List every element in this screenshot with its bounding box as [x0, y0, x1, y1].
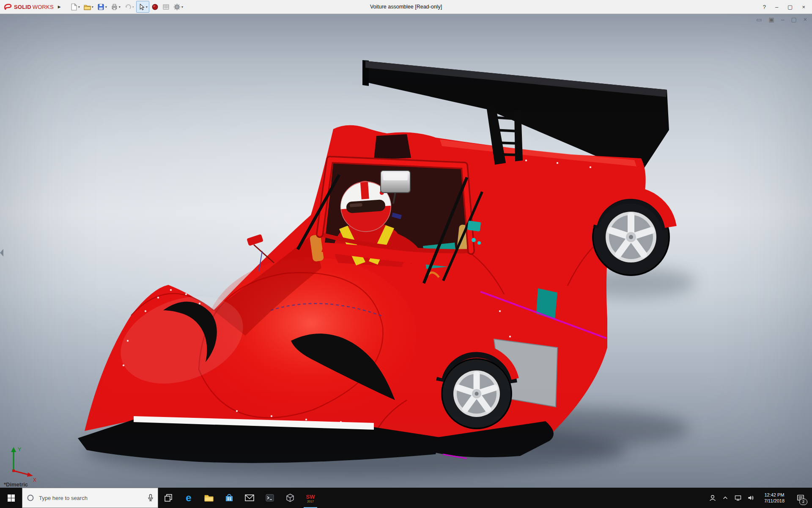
design-table-button[interactable]: [161, 1, 171, 13]
doc-restore-icon[interactable]: ▢: [791, 16, 797, 23]
solidworks-logo: SOLIDWORKS: [0, 3, 56, 11]
teal-vent: [467, 221, 481, 232]
search-input[interactable]: [38, 494, 144, 502]
rear-right-wheel[interactable]: [591, 193, 671, 276]
taskbar-clock[interactable]: 12:42 PM 7/11/2018: [757, 492, 792, 504]
window-title: Voiture assomblee [Read-only]: [370, 4, 442, 10]
people-button[interactable]: [706, 488, 719, 508]
titlebar: SOLIDWORKS ▶ ▾ ▾ ▾ ▾: [0, 0, 812, 14]
main-toolbar: ▾ ▾ ▾ ▾ ▾: [69, 1, 185, 13]
maximize-button[interactable]: ▢: [787, 4, 793, 10]
y-axis-label: Y: [18, 447, 21, 453]
taskbar-search[interactable]: [22, 488, 158, 508]
print-icon: [111, 3, 118, 11]
brand-solid: SOLID: [14, 4, 31, 10]
network-button[interactable]: [732, 488, 744, 508]
tile-icon[interactable]: ▣: [769, 16, 774, 23]
menu-expand-arrow[interactable]: ▶: [56, 5, 64, 9]
cortana-icon: [27, 494, 34, 502]
notification-badge: 2: [799, 499, 807, 505]
mail-icon: [244, 494, 255, 502]
start-button[interactable]: [0, 488, 22, 508]
microphone-icon[interactable]: [148, 494, 154, 502]
file-explorer-icon: [204, 493, 214, 502]
doc-close-icon[interactable]: ×: [804, 16, 807, 23]
save-icon: [97, 3, 104, 11]
open-button[interactable]: ▾: [82, 1, 95, 13]
speaker-icon: [747, 494, 754, 502]
solidworks-window: SOLIDWORKS ▶ ▾ ▾ ▾ ▾: [0, 0, 812, 508]
x-axis-label: X: [33, 477, 36, 482]
volume-button[interactable]: [744, 488, 757, 508]
svg-text:SW: SW: [306, 494, 315, 500]
people-icon: [709, 494, 716, 502]
dropdown-caret[interactable]: ▾: [181, 5, 183, 9]
new-document-button[interactable]: ▾: [69, 1, 82, 13]
taskbar-app-console[interactable]: [260, 488, 280, 508]
edge-icon: e: [183, 492, 194, 503]
chevron-up-icon: [722, 494, 729, 501]
select-pointer-icon: [138, 3, 145, 11]
console-icon: [265, 493, 274, 502]
dropdown-caret[interactable]: ▾: [92, 5, 93, 9]
help-button[interactable]: ?: [763, 4, 766, 10]
system-tray: 12:42 PM 7/11/2018 2: [706, 488, 812, 508]
clock-date: 7/11/2018: [757, 498, 792, 504]
y-axis-arrow: [11, 447, 16, 452]
svg-text:e: e: [186, 492, 191, 503]
appearance-button[interactable]: [150, 1, 160, 13]
store-icon: [225, 493, 234, 502]
cyan-dot: [477, 241, 481, 245]
doc-minimize-icon[interactable]: –: [781, 16, 785, 23]
cyan-dot: [472, 238, 476, 242]
window-controls: ? – ▢ ×: [763, 4, 812, 10]
options-button[interactable]: ▾: [172, 1, 185, 13]
new-document-icon: [70, 3, 77, 11]
ds-logo-icon: [3, 3, 13, 11]
open-folder-icon: [84, 3, 91, 11]
taskbar-app-file-explorer[interactable]: [199, 488, 219, 508]
dropdown-caret[interactable]: ▾: [132, 5, 134, 9]
taskbar-app-mail[interactable]: [239, 488, 260, 508]
svg-text:2017: 2017: [307, 500, 314, 503]
taskbar-app-edge[interactable]: e: [178, 488, 199, 508]
print-button[interactable]: ▾: [109, 1, 122, 13]
clock-time: 12:42 PM: [757, 492, 792, 498]
task-view-icon: [164, 493, 173, 502]
close-button[interactable]: ×: [802, 4, 805, 10]
view-orientation-label: *Dimetric: [4, 481, 28, 488]
taskbar-app-solidworks[interactable]: SW 2017: [300, 488, 321, 508]
dropdown-caret[interactable]: ▾: [119, 5, 121, 9]
document-window-controls: ▭ ▣ – ▢ ×: [756, 16, 807, 23]
hidden-icons-button[interactable]: [719, 488, 732, 508]
network-icon: [734, 494, 742, 502]
race-car-scene[interactable]: [0, 14, 812, 488]
dropdown-caret[interactable]: ▾: [105, 5, 107, 9]
windows-logo-icon: [7, 494, 15, 502]
select-tool-button[interactable]: ▾: [136, 1, 149, 13]
graphics-viewport[interactable]: ▭ ▣ – ▢ × Y X *Dimetric: [0, 14, 812, 488]
axis-triad: Y X: [6, 443, 40, 482]
taskbar-app-store[interactable]: [219, 488, 239, 508]
x-axis-arrow: [27, 472, 33, 477]
design-table-icon: [162, 3, 170, 11]
race-car-model[interactable]: [78, 60, 671, 463]
options-gear-icon: [173, 3, 181, 11]
minimize-button[interactable]: –: [775, 4, 778, 10]
save-button[interactable]: ▾: [96, 1, 109, 13]
appearance-sphere-icon: [151, 3, 159, 11]
solidworks-taskbar-icon: SW 2017: [304, 492, 316, 503]
action-center-button[interactable]: 2: [792, 488, 809, 508]
windows-taskbar: e: [0, 488, 812, 508]
cube-3d-icon: [285, 493, 295, 502]
pane-icon[interactable]: ▭: [756, 16, 762, 23]
taskbar-app-3d-viewer[interactable]: [280, 488, 300, 508]
brand-works: WORKS: [33, 4, 54, 10]
dropdown-caret[interactable]: ▾: [146, 5, 148, 9]
undo-icon: [124, 3, 132, 11]
taskbar-app-task-view[interactable]: [158, 488, 178, 508]
dropdown-caret[interactable]: ▾: [78, 5, 80, 9]
panel-collapse-arrow[interactable]: [0, 249, 3, 257]
undo-button[interactable]: ▾: [123, 1, 136, 13]
